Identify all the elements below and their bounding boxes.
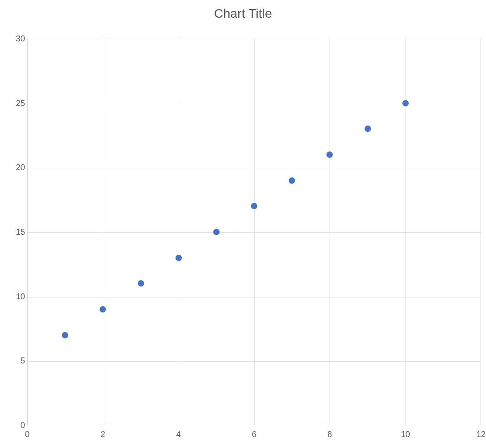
data-point: [326, 151, 333, 158]
x-tick-label: 6: [240, 430, 268, 439]
chart-title: Chart Title: [0, 6, 486, 21]
data-point: [402, 100, 409, 106]
x-tick-label: 2: [89, 430, 116, 439]
gridline-vertical: [330, 39, 330, 425]
y-tick-label: 30: [2, 34, 25, 44]
gridline-vertical: [179, 39, 179, 425]
y-tick-label: 25: [2, 98, 25, 108]
y-tick-label: 20: [2, 163, 25, 172]
x-tick-label: 8: [316, 430, 343, 439]
x-tick-label: 4: [165, 430, 192, 439]
x-tick-label: 12: [467, 430, 486, 439]
y-tick-label: 10: [2, 292, 25, 301]
y-tick-label: 0: [2, 421, 25, 430]
chart-container: Chart Title 051015202530024681012: [0, 0, 486, 448]
data-point: [175, 255, 182, 261]
data-point: [251, 203, 257, 209]
y-tick-label: 5: [2, 356, 25, 366]
plot-area: [27, 39, 481, 425]
x-tick-label: 0: [14, 430, 41, 439]
data-point: [365, 126, 371, 132]
data-point: [62, 332, 68, 338]
y-tick-label: 15: [2, 227, 25, 237]
gridline-vertical: [103, 39, 103, 425]
data-point: [100, 306, 106, 312]
gridline-vertical: [406, 39, 406, 425]
data-point: [213, 229, 220, 235]
gridline-vertical: [254, 39, 255, 425]
x-tick-label: 10: [392, 430, 419, 439]
data-point: [289, 177, 295, 184]
data-point: [138, 280, 144, 287]
